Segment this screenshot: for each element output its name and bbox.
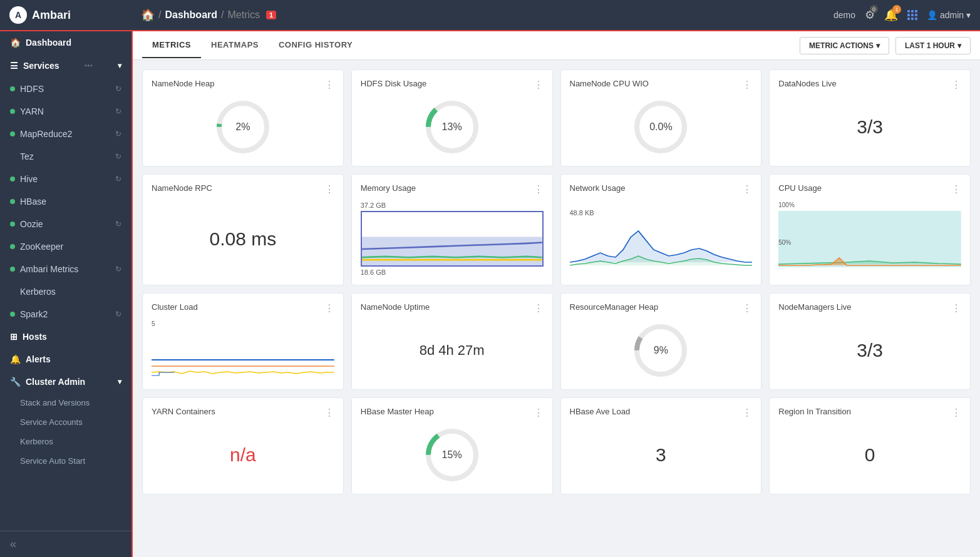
metric-menu-icon[interactable]: ⋮: [534, 302, 544, 314]
metric-menu-icon[interactable]: ⋮: [324, 407, 334, 419]
sidebar-item-hosts[interactable]: ⊞ Hosts: [0, 325, 132, 348]
metric-menu-icon[interactable]: ⋮: [534, 407, 544, 419]
sidebar-item-tez[interactable]: Tez ↻: [0, 145, 132, 168]
metrics-grid: NameNode Heap ⋮ 2% HDFS Disk Usage ⋮ 13%…: [142, 69, 971, 494]
memory-chart: [361, 211, 544, 267]
sidebar-services-label: Services: [23, 61, 59, 71]
sidebar-item-oozie[interactable]: Oozie ↻: [0, 213, 132, 235]
settings-badge: 0: [870, 5, 878, 13]
donut-chart: 15%: [424, 427, 480, 483]
sidebar-hbase-label: HBase: [20, 197, 46, 207]
metric-value-body: 3: [570, 425, 753, 485]
cluster-admin-collapse-icon[interactable]: ▾: [118, 377, 121, 386]
metric-header: DataNodes Live ⋮: [778, 79, 961, 91]
metric-menu-icon[interactable]: ⋮: [742, 79, 752, 91]
metric-menu-icon[interactable]: ⋮: [742, 302, 752, 314]
top-header: A Ambari 🏠 / Dashboard / Metrics 1 demo …: [0, 0, 980, 31]
admin-label: admin: [940, 10, 964, 20]
metric-donut-body: 2%: [152, 97, 334, 157]
ambari-metrics-refresh-icon[interactable]: ↻: [115, 265, 121, 273]
sidebar-hdfs-label: HDFS: [20, 84, 44, 94]
hive-refresh-icon[interactable]: ↻: [115, 175, 121, 183]
network-label: 48.8 KB: [570, 209, 753, 217]
metric-menu-icon[interactable]: ⋮: [324, 183, 334, 195]
sidebar-item-ambari-metrics[interactable]: Ambari Metrics ↻: [0, 258, 132, 280]
metric-title: NameNode RPC: [152, 183, 212, 193]
svg-rect-6: [362, 237, 542, 265]
metric-value-body: 0: [778, 425, 961, 485]
tez-refresh-icon[interactable]: ↻: [115, 152, 121, 161]
sidebar-item-spark[interactable]: Spark2 ↻: [0, 303, 132, 325]
metric-title: NameNode Heap: [152, 79, 214, 88]
breadcrumb-dashboard[interactable]: Dashboard: [165, 9, 217, 21]
metric-title: ResourceManager Heap: [570, 302, 659, 312]
breadcrumb-sep1: /: [158, 9, 161, 21]
yarn-refresh-icon[interactable]: ↻: [115, 107, 121, 116]
spark-refresh-icon[interactable]: ↻: [115, 310, 121, 319]
metric-card: NameNode Uptime ⋮ 8d 4h 27m: [351, 293, 553, 390]
metric-card: NodeManagers Live ⋮ 3/3: [769, 293, 971, 390]
last-hour-label: LAST 1 HOUR: [905, 41, 955, 50]
metric-actions-button[interactable]: METRIC ACTIONS ▾: [800, 37, 889, 54]
sidebar-item-hdfs[interactable]: HDFS ↻: [0, 78, 132, 100]
metric-value-text: n/a: [230, 444, 256, 466]
hdfs-refresh-icon[interactable]: ↻: [115, 84, 121, 93]
notifications-icon[interactable]: 🔔 1: [884, 8, 898, 22]
brand[interactable]: A Ambari: [9, 6, 141, 24]
metric-menu-icon[interactable]: ⋮: [324, 302, 334, 314]
sidebar-item-dashboard[interactable]: 🏠 Dashboard: [0, 31, 132, 54]
home-icon[interactable]: 🏠: [141, 8, 155, 22]
sidebar-item-yarn[interactable]: YARN ↻: [0, 100, 132, 123]
metric-menu-icon[interactable]: ⋮: [951, 407, 961, 419]
mapreduce-status-dot: [10, 131, 15, 136]
metric-value-body: 0.08 ms: [152, 202, 334, 276]
mapreduce-refresh-icon[interactable]: ↻: [115, 130, 121, 138]
sidebar-item-cluster-admin[interactable]: 🔧 Cluster Admin ▾: [0, 370, 132, 393]
metrics-content: NameNode Heap ⋮ 2% HDFS Disk Usage ⋮ 13%…: [133, 60, 980, 557]
metric-header: CPU Usage ⋮: [778, 183, 961, 195]
services-more-icon[interactable]: ···: [85, 60, 93, 71]
metric-menu-icon[interactable]: ⋮: [742, 183, 752, 195]
admin-menu[interactable]: 👤 admin ▾: [927, 10, 971, 20]
metric-value-text: 8d 4h 27m: [420, 342, 485, 359]
metric-title: HBase Ave Load: [570, 407, 631, 416]
metric-donut-body: 13%: [361, 97, 544, 157]
metric-menu-icon[interactable]: ⋮: [534, 79, 544, 91]
sidebar-item-service-autostart[interactable]: Service Auto Start: [0, 451, 132, 471]
tab-config-history[interactable]: CONFIG HISTORY: [269, 33, 363, 58]
metric-title: NodeManagers Live: [778, 302, 851, 312]
sidebar-item-hbase[interactable]: HBase: [0, 190, 132, 213]
hdfs-status-dot: [10, 86, 15, 91]
metric-menu-icon[interactable]: ⋮: [324, 79, 334, 91]
metric-header: NameNode Heap ⋮: [152, 79, 334, 91]
metric-title: CPU Usage: [778, 183, 822, 193]
tab-metrics[interactable]: METRICS: [142, 33, 201, 58]
metric-title: Network Usage: [570, 183, 626, 193]
sidebar-cluster-admin-label: Cluster Admin: [26, 377, 85, 387]
sidebar-dashboard-label: Dashboard: [26, 38, 71, 48]
oozie-refresh-icon[interactable]: ↻: [115, 220, 121, 228]
metric-menu-icon[interactable]: ⋮: [951, 302, 961, 314]
last-hour-button[interactable]: LAST 1 HOUR ▾: [895, 37, 971, 54]
settings-icon[interactable]: ⚙ 0: [865, 8, 875, 22]
sidebar-item-zookeeper[interactable]: ZooKeeper: [0, 235, 132, 258]
sidebar-item-kerberos2[interactable]: Kerberos: [0, 432, 132, 451]
header-right: demo ⚙ 0 🔔 1 👤 admin ▾: [833, 8, 971, 22]
sidebar-item-stack-versions[interactable]: Stack and Versions: [0, 393, 132, 412]
sidebar-item-kerberos[interactable]: Kerberos: [0, 280, 132, 303]
tab-heatmaps[interactable]: HEATMAPS: [201, 33, 269, 58]
apps-grid-icon[interactable]: [907, 10, 917, 20]
metric-card: NameNode CPU WIO ⋮ 0.0%: [560, 69, 762, 166]
sidebar-item-alerts[interactable]: 🔔 Alerts: [0, 348, 132, 370]
sidebar-collapse-button[interactable]: «: [10, 538, 16, 550]
sidebar-item-mapreduce[interactable]: MapReduce2 ↻: [0, 123, 132, 145]
metric-menu-icon[interactable]: ⋮: [742, 407, 752, 419]
metric-menu-icon[interactable]: ⋮: [951, 79, 961, 91]
metric-menu-icon[interactable]: ⋮: [951, 183, 961, 195]
sidebar-item-hive[interactable]: Hive ↻: [0, 168, 132, 190]
metric-menu-icon[interactable]: ⋮: [534, 183, 544, 195]
metric-donut-body: 9%: [570, 320, 753, 381]
services-collapse-icon[interactable]: ▾: [118, 61, 121, 70]
sidebar-item-services[interactable]: ☰ Services ··· ▾: [0, 54, 132, 78]
sidebar-item-service-accounts[interactable]: Service Accounts: [0, 412, 132, 432]
